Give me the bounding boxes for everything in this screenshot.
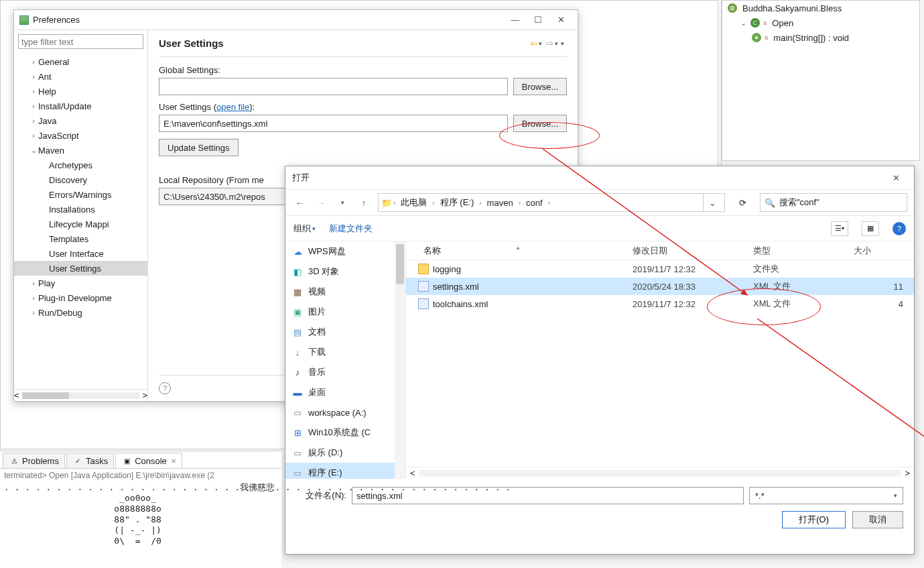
tab-problems[interactable]: ⚠Problems [3, 453, 65, 468]
console-output: . . . . . . . . . . . . . . . . . . . . … [0, 482, 281, 547]
view-details-button[interactable]: ▦ [862, 221, 879, 236]
tree-item-lifecycle-mappi[interactable]: Lifecycle Mappi [14, 217, 147, 231]
global-settings-browse-button[interactable]: Browse... [513, 78, 567, 95]
view-list-button[interactable]: ☰▾ [831, 221, 848, 236]
outline-item[interactable]: ⌄CSOpen [722, 15, 919, 30]
sidebar-item-Win10系统盘 (C[interactable]: ⊞Win10系统盘 (C [285, 422, 405, 443]
file-list[interactable]: logging2019/11/7 12:32文件夹settings.xml202… [406, 260, 914, 467]
file-row[interactable]: settings.xml2020/5/24 18:33XML 文件11 [406, 278, 914, 295]
preferences-tree-pane: ›General›Ant›Help›Install/Update›Java›Ja… [14, 30, 148, 401]
close-button[interactable]: ✕ [549, 13, 572, 27]
tree-item-user-interface[interactable]: User Interface [14, 246, 147, 261]
refresh-button[interactable]: ⟳ [732, 198, 753, 208]
tree-item-templates[interactable]: Templates [14, 231, 147, 246]
sidebar-item-视频[interactable]: ▦视频 [285, 282, 405, 302]
user-settings-label: User Settings (open file): [159, 102, 567, 112]
tree-item-discovery[interactable]: Discovery [14, 172, 147, 187]
tree-item-java[interactable]: ›Java [14, 113, 147, 128]
tree-item-errors-warnings[interactable]: Errors/Warnings [14, 187, 147, 202]
tree-item-plug-in-developme[interactable]: ›Plug-in Developme [14, 290, 147, 305]
maximize-button[interactable]: ☐ [527, 13, 549, 27]
tree-item-archetypes[interactable]: Archetypes [14, 158, 147, 172]
open-button[interactable]: 打开(O) [782, 511, 846, 528]
bottom-panel: ⚠Problems✓Tasks▣Console✕ terminated> Ope… [0, 451, 281, 568]
user-settings-browse-button[interactable]: Browse... [513, 115, 567, 132]
filter-input[interactable] [18, 34, 143, 49]
sidebar-item-workspace (A:)[interactable]: ▭workspace (A:) [285, 402, 405, 422]
tree-item-maven[interactable]: ⌄Maven [14, 143, 147, 158]
sidebar-item-3D 对象[interactable]: ◧3D 对象 [285, 262, 405, 282]
tree-hscroll[interactable]: <> [14, 389, 147, 401]
outline-item[interactable]: ⊞Buddha.Sakyamuni.Bless [722, 1, 919, 15]
tree-item-help[interactable]: ›Help [14, 84, 147, 99]
minimize-button[interactable]: — [504, 13, 527, 27]
breadcrumb[interactable]: 📁›此电脑›程序 (E:)›maven›conf›⌄ [378, 193, 725, 212]
file-dialog-sidebar[interactable]: ☁WPS网盘◧3D 对象▦视频▣图片▤文档↓下载♪音乐▬桌面▭workspace… [285, 241, 406, 479]
preferences-titlebar[interactable]: Preferences — ☐ ✕ [14, 10, 578, 30]
file-type-filter[interactable]: *.*▾ [749, 487, 903, 504]
tree-item-ant[interactable]: ›Ant [14, 69, 147, 84]
sidebar-item-WPS网盘[interactable]: ☁WPS网盘 [285, 241, 405, 262]
file-dialog-titlebar[interactable]: 打开 ✕ [285, 166, 914, 189]
sidebar-item-音乐[interactable]: ♪音乐 [285, 362, 405, 382]
search-icon: 🔍 [765, 198, 775, 208]
tree-item-run-debug[interactable]: ›Run/Debug [14, 305, 147, 320]
sidebar-item-文档[interactable]: ▤文档 [285, 322, 405, 342]
tree-item-installations[interactable]: Installations [14, 202, 147, 217]
crumb-dropdown[interactable]: ⌄ [703, 194, 722, 211]
list-header[interactable]: ▴名称 修改日期 类型 大小 [406, 241, 914, 260]
sidebar-item-桌面[interactable]: ▬桌面 [285, 382, 405, 402]
nav-back-icon[interactable]: ⇦ [530, 38, 537, 48]
user-settings-input[interactable] [159, 115, 508, 132]
update-settings-button[interactable]: Update Settings [159, 139, 239, 156]
crumb-0[interactable]: 此电脑 [397, 194, 431, 211]
open-file-link[interactable]: open file [216, 102, 249, 112]
tree-item-play[interactable]: ›Play [14, 276, 147, 290]
help-icon[interactable]: ? [159, 382, 171, 394]
help-button[interactable]: ? [893, 222, 906, 235]
preferences-tree[interactable]: ›General›Ant›Help›Install/Update›Java›Ja… [14, 53, 147, 389]
organize-menu[interactable]: 组织 ▾ [293, 223, 318, 235]
tree-item-javascript[interactable]: ›JavaScript [14, 128, 147, 143]
outline-panel: ⊞Buddha.Sakyamuni.Bless⌄CSOpen●Smain(Str… [722, 0, 920, 161]
cancel-button[interactable]: 取消 [852, 511, 903, 528]
nav-recent-dropdown[interactable]: ▾ [335, 199, 350, 206]
crumb-3[interactable]: conf [522, 194, 547, 211]
tree-item-install-update[interactable]: ›Install/Update [14, 99, 147, 113]
tree-item-user-settings[interactable]: User Settings [14, 261, 147, 276]
file-open-dialog: 打开 ✕ ← → ▾ ↑ 📁›此电脑›程序 (E:)›maven›conf›⌄ … [285, 166, 915, 555]
list-hscroll[interactable]: <> [406, 467, 914, 479]
local-repository-input [159, 188, 293, 205]
file-row[interactable]: toolchains.xml2019/11/7 12:32XML 文件4 [406, 295, 914, 313]
outline-item[interactable]: ●Smain(String[]) : void [722, 30, 919, 45]
sidebar-item-程序 (E:)[interactable]: ▭程序 (E:) [285, 463, 405, 479]
sidebar-item-下载[interactable]: ↓下载 [285, 342, 405, 362]
app-icon [19, 15, 29, 25]
nav-back-button[interactable]: ← [292, 198, 307, 208]
global-settings-label: Global Settings: [159, 65, 567, 75]
nav-forward-button[interactable]: → [314, 198, 328, 208]
sidebar-item-娱乐 (D:)[interactable]: ▭娱乐 (D:) [285, 443, 405, 463]
sidebar-item-图片[interactable]: ▣图片 [285, 302, 405, 322]
tab-tasks[interactable]: ✓Tasks [66, 453, 114, 468]
console-status: terminated> Open [Java Application] E:\j… [0, 469, 281, 482]
file-dialog-close-button[interactable]: ✕ [884, 170, 907, 185]
global-settings-input[interactable] [159, 78, 508, 95]
file-row[interactable]: logging2019/11/7 12:32文件夹 [406, 260, 914, 278]
crumb-2[interactable]: maven [483, 194, 517, 211]
nav-up-button[interactable]: ↑ [356, 198, 371, 208]
new-folder-button[interactable]: 新建文件夹 [329, 223, 373, 235]
preferences-title: Preferences [33, 15, 80, 25]
crumb-1[interactable]: 程序 (E:) [436, 194, 478, 211]
search-input[interactable]: 🔍 搜索"conf" [760, 193, 907, 212]
sidebar-scrollbar[interactable] [395, 241, 405, 479]
nav-forward-icon[interactable]: ⇨ [546, 38, 553, 48]
file-dialog-title: 打开 [292, 172, 310, 184]
tab-console[interactable]: ▣Console✕ [115, 453, 182, 468]
page-title: User Settings [159, 38, 224, 49]
tree-item-general[interactable]: ›General [14, 54, 147, 69]
